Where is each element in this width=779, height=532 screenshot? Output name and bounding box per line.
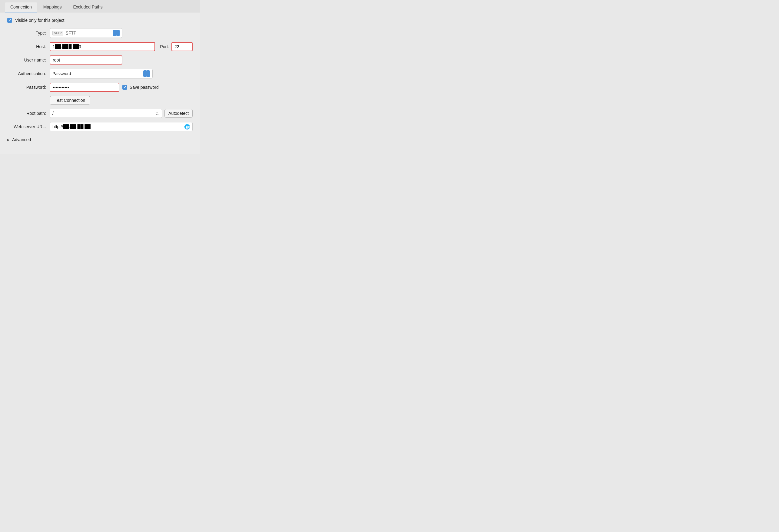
host-input[interactable] — [50, 42, 155, 51]
save-password-checkmark: ✓ — [124, 85, 126, 90]
web-url-wrap: 🌐 — [50, 122, 193, 131]
username-row: User name: — [7, 55, 193, 65]
web-server-url-label: Web server URL: — [7, 124, 50, 129]
type-row: Type: SFTP SFTP ⌃⌄ — [7, 28, 193, 38]
auth-dropdown-arrow: ⌃⌄ — [143, 70, 150, 77]
sftp-icon: SFTP — [52, 31, 63, 36]
password-input-wrap — [50, 83, 119, 92]
root-path-input-wrap: 🗂 — [50, 109, 162, 118]
type-control: SFTP SFTP ⌃⌄ — [50, 28, 193, 38]
host-port-group: Port: — [50, 42, 193, 51]
username-control — [50, 55, 193, 65]
host-label: Host: — [7, 44, 50, 49]
autodetect-button[interactable]: Autodetect — [165, 109, 193, 118]
auth-chevron-icon: ⌃⌄ — [145, 70, 148, 77]
authentication-row: Authentication: Password ⌃⌄ — [7, 69, 193, 78]
password-control: ✓ Save password — [50, 83, 193, 92]
test-connection-row: Test Connection — [7, 96, 193, 105]
authentication-control: Password ⌃⌄ — [50, 69, 193, 78]
tab-excluded-paths[interactable]: Excluded Paths — [68, 2, 108, 12]
type-dropdown-arrow: ⌃⌄ — [113, 30, 120, 36]
host-input-wrap — [50, 42, 155, 51]
save-password-label: Save password — [130, 85, 159, 90]
dialog: Connection Mappings Excluded Paths ✓ Vis… — [0, 0, 200, 154]
port-label: Port: — [160, 44, 169, 49]
username-label: User name: — [7, 58, 50, 62]
globe-icon: 🌐 — [184, 124, 190, 130]
tab-mappings[interactable]: Mappings — [38, 2, 67, 12]
chevron-icon: ⌃⌄ — [115, 29, 118, 37]
root-path-row: Root path: 🗂 Autodetect — [7, 109, 193, 118]
root-path-control: 🗂 Autodetect — [50, 109, 193, 118]
authentication-dropdown[interactable]: Password ⌃⌄ — [50, 69, 153, 78]
root-path-label: Root path: — [7, 111, 50, 116]
port-input-wrap — [171, 42, 193, 51]
tab-connection[interactable]: Connection — [5, 2, 37, 12]
visible-only-checkbox[interactable]: ✓ — [7, 18, 12, 23]
authentication-value: Password — [52, 71, 142, 76]
advanced-triangle-icon: ▶ — [7, 138, 10, 141]
authentication-label: Authentication: — [7, 71, 50, 76]
web-server-url-row: Web server URL: 🌐 — [7, 122, 193, 131]
tabs-bar: Connection Mappings Excluded Paths — [0, 0, 200, 12]
port-input[interactable] — [171, 42, 193, 51]
password-label: Password: — [7, 85, 50, 90]
folder-icon[interactable]: 🗂 — [155, 111, 160, 116]
test-connection-button[interactable]: Test Connection — [50, 96, 90, 105]
root-path-group: 🗂 Autodetect — [50, 109, 193, 118]
username-input[interactable] — [50, 55, 122, 65]
type-value: SFTP — [66, 31, 112, 36]
web-server-url-control: 🌐 — [50, 122, 193, 131]
advanced-header[interactable]: ▶ Advanced — [7, 137, 193, 142]
save-password-group: ✓ Save password — [122, 85, 159, 90]
save-password-checkbox[interactable]: ✓ — [122, 85, 127, 90]
visible-only-label: Visible only for this project — [15, 18, 64, 23]
form-content: ✓ Visible only for this project Type: SF… — [0, 12, 200, 131]
type-label: Type: — [7, 31, 50, 36]
host-control: Port: — [50, 42, 193, 51]
root-path-input[interactable] — [50, 109, 162, 118]
visible-only-row: ✓ Visible only for this project — [7, 18, 193, 23]
host-row: Host: Port: — [7, 42, 193, 51]
advanced-section: ▶ Advanced — [0, 137, 200, 142]
advanced-divider — [35, 140, 193, 140]
advanced-label: Advanced — [12, 137, 31, 142]
password-save-group: ✓ Save password — [50, 83, 193, 92]
web-server-url-input[interactable] — [50, 122, 193, 131]
test-connection-control: Test Connection — [50, 96, 193, 105]
checkmark-icon: ✓ — [8, 18, 11, 22]
type-dropdown[interactable]: SFTP SFTP ⌃⌄ — [50, 28, 122, 38]
password-row: Password: ✓ Save password — [7, 83, 193, 92]
password-input[interactable] — [50, 83, 119, 92]
